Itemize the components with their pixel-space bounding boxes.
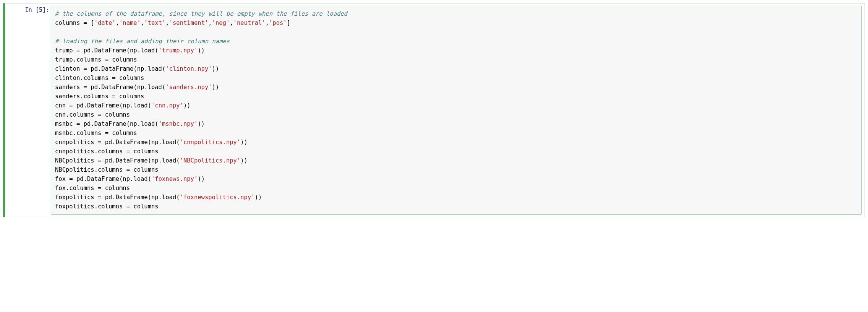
code-token-plain: cnn = pd.DataFrame(np.load(	[55, 102, 151, 109]
code-token-plain: columns = [	[55, 20, 94, 26]
code-token-plain: NBCpolitics.columns = columns	[55, 166, 159, 173]
code-token-string: 'NBCpolitics.npy'	[180, 157, 241, 164]
code-token-string: 'neutral'	[233, 20, 266, 26]
code-token-plain: foxpolitics = pd.DataFrame(np.load(	[55, 194, 180, 201]
code-block[interactable]: # the columns of the dataframe, since th…	[55, 9, 857, 211]
code-token-plain: trump.columns = columns	[55, 56, 137, 63]
code-token-string: 'date'	[94, 20, 116, 26]
code-token-plain: NBCpolitics = pd.DataFrame(np.load(	[55, 157, 180, 164]
code-token-plain: trump = pd.DataFrame(np.load(	[55, 47, 159, 54]
code-token-plain: ]	[287, 20, 290, 26]
code-token-plain: clinton = pd.DataFrame(np.load(	[55, 65, 165, 72]
code-token-string: 'name'	[119, 20, 141, 26]
code-token-plain: ))	[255, 194, 262, 201]
code-token-plain: sanders.columns = columns	[55, 93, 144, 100]
code-token-plain: ,	[165, 20, 169, 26]
prompt-number: 5	[39, 6, 42, 13]
code-token-plain: ))	[183, 102, 191, 109]
code-token-string: 'text'	[144, 20, 165, 26]
code-token-plain: fox = pd.DataFrame(np.load(	[55, 176, 151, 182]
code-token-plain: ))	[198, 47, 205, 54]
code-token-string: 'pos'	[269, 20, 287, 26]
code-token-string: 'sentiment'	[169, 20, 209, 26]
code-token-string: 'foxnewspolitics.npy'	[180, 194, 255, 201]
code-token-plain: ,	[208, 20, 212, 26]
code-token-plain: ,	[230, 20, 233, 26]
prompt-in-label: In	[25, 6, 36, 13]
code-token-plain: ,	[141, 20, 144, 26]
code-token-plain: ))	[212, 84, 219, 91]
code-token-string: 'msnbc.npy'	[159, 120, 198, 127]
code-token-plain: cnnpolitics.columns = columns	[55, 148, 159, 155]
prompt-open-bracket: [	[36, 6, 39, 13]
code-token-plain: ))	[198, 176, 205, 182]
cell-input-area[interactable]: # the columns of the dataframe, since th…	[51, 6, 862, 214]
code-token-plain: sanders = pd.DataFrame(np.load(	[55, 84, 165, 91]
notebook-code-cell[interactable]: In [5]: # the columns of the dataframe, …	[3, 3, 865, 217]
code-token-string: 'foxnews.npy'	[151, 176, 198, 182]
code-token-plain: ))	[240, 139, 248, 146]
cell-prompt: In [5]:	[5, 3, 51, 217]
code-token-string: 'sanders.npy'	[165, 84, 212, 91]
code-token-comment: # loading the files and adding their col…	[55, 38, 230, 45]
code-token-string: 'clinton.npy'	[165, 65, 212, 72]
code-token-plain: fox.columns = columns	[55, 185, 130, 192]
code-token-plain: foxpolitics.columns = columns	[55, 203, 159, 210]
code-token-plain: ))	[240, 157, 248, 164]
code-token-plain: clinton.columns = columns	[55, 75, 144, 81]
code-token-plain: cnn.columns = columns	[55, 111, 130, 118]
code-token-comment: # the columns of the dataframe, since th…	[55, 10, 347, 17]
code-token-string: 'cnnpolitics.npy'	[180, 139, 241, 146]
code-token-string: 'cnn.npy'	[151, 102, 183, 109]
code-token-plain: msnbc.columns = columns	[55, 130, 137, 136]
code-token-plain: ,	[116, 20, 119, 26]
code-token-plain: msnbc = pd.DataFrame(np.load(	[55, 120, 159, 127]
prompt-close-bracket: ]:	[42, 6, 49, 13]
code-token-string: 'trump.npy'	[159, 47, 198, 54]
code-token-plain: ))	[212, 65, 219, 72]
code-token-string: 'neg'	[212, 20, 230, 26]
code-token-plain: ))	[198, 120, 205, 127]
code-token-plain: cnnpolitics = pd.DataFrame(np.load(	[55, 139, 180, 146]
code-token-plain: ,	[266, 20, 269, 26]
